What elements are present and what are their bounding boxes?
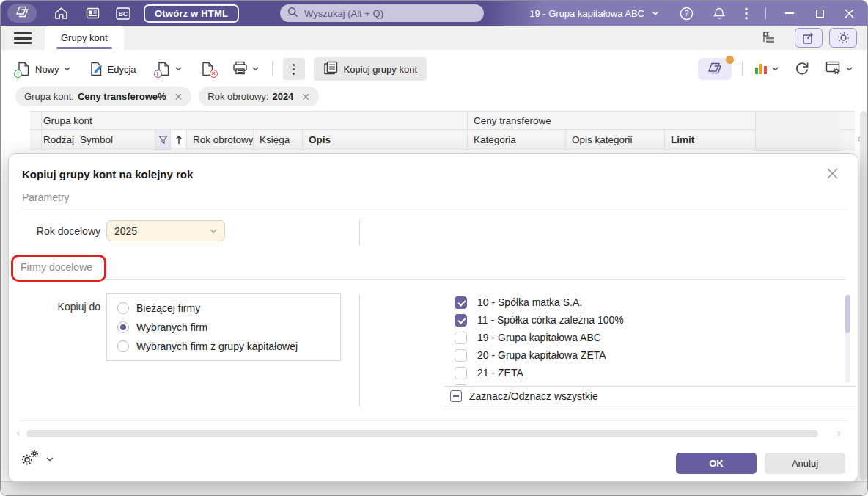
delete-document-button[interactable]: ×: [201, 62, 215, 76]
close-window-button[interactable]: [845, 9, 854, 18]
edit-button[interactable]: Edycja: [89, 62, 136, 76]
news-icon[interactable]: [86, 7, 100, 19]
column-header-rodzaj[interactable]: Rodzaj: [42, 130, 78, 150]
notification-dot: [726, 56, 734, 64]
filter-funnel-icon[interactable]: [155, 130, 171, 150]
company-label: 11 - Spółka córka zależna 100%: [477, 314, 624, 326]
cancel-button[interactable]: Anuluj: [765, 453, 845, 474]
maximize-button[interactable]: [816, 10, 824, 18]
group-header-grupa-kont[interactable]: Grupa kont: [42, 112, 468, 129]
ok-button[interactable]: OK: [676, 453, 757, 474]
layers-logo-icon: [15, 6, 29, 21]
more-actions-button[interactable]: [283, 58, 305, 80]
filter-chips: Grupa kont: Ceny transferowe% ✕ Rok obro…: [15, 87, 319, 106]
context-layers-button[interactable]: [698, 58, 732, 80]
company-list-item[interactable]: 10 - Spółka matka S.A.: [449, 293, 850, 311]
printer-icon: [232, 61, 248, 77]
open-in-html-button[interactable]: Otwórz w HTML: [144, 4, 239, 23]
tree-view-icon[interactable]: [762, 31, 776, 45]
company-list-item[interactable]: 21 - ZETA: [449, 364, 850, 382]
select-all-row[interactable]: Zaznacz/Odznacz wszystkie: [449, 387, 850, 406]
share-button[interactable]: [795, 28, 823, 48]
chevron-down-icon: [252, 67, 259, 71]
copy-account-groups-label: Kopiuj grupy kont: [344, 64, 417, 75]
list-divider: [444, 406, 856, 406]
search-icon: [287, 7, 298, 20]
toolbar: + Nowy Edycja i × Kopiuj grupy kont: [1, 55, 867, 83]
column-header-rok-obrotowy[interactable]: Rok obrotowy: [187, 130, 254, 150]
copy-account-groups-dialog: Kopiuj grupy kont na kolejny rok Paramet…: [8, 153, 858, 482]
help-icon[interactable]: ?: [680, 7, 694, 21]
rok-docelowy-select[interactable]: 2025: [106, 220, 225, 241]
scroll-right-icon[interactable]: ›: [837, 426, 841, 439]
bc-icon[interactable]: BC: [116, 7, 130, 20]
kebab-menu-icon[interactable]: [745, 7, 748, 20]
chart-view-button[interactable]: [754, 62, 779, 77]
column-header-ksiega[interactable]: Księga: [254, 130, 303, 150]
radio-wybranych-firm-z-grupy[interactable]: Wybranych firm z grupy kapitałowej: [117, 340, 330, 352]
search-input[interactable]: Wyszukaj (Alt + Q): [280, 4, 484, 22]
window-gear-icon: [825, 61, 842, 77]
titlebar: BC Otwórz w HTML Wyszukaj (Alt + Q) 19 -…: [1, 1, 867, 26]
edit-button-label: Edycja: [108, 64, 136, 75]
document-info-button[interactable]: i: [157, 62, 182, 76]
group-header-ceny-transferowe[interactable]: Ceny transferowe: [468, 112, 756, 129]
sort-ascending-icon[interactable]: [171, 130, 187, 150]
horizontal-scrollbar[interactable]: [26, 430, 818, 437]
row-indicator-cell: [30, 130, 42, 150]
company-list-item[interactable]: 20 - Grupa kapitałowa ZETA: [449, 346, 850, 364]
filter-chip-grupa-kont[interactable]: Grupa kont: Ceny transferowe% ✕: [15, 87, 191, 106]
company-list-item[interactable]: 19 - Grupa kapitałowa ABC: [449, 329, 850, 346]
scroll-left-icon[interactable]: ‹: [16, 426, 20, 439]
column-header-opis-kategorii[interactable]: Opis kategorii: [566, 130, 665, 150]
new-button[interactable]: + Nowy: [17, 62, 70, 76]
dialog-title: Kopiuj grupy kont na kolejny rok: [22, 168, 193, 180]
column-header-opis[interactable]: Opis: [303, 130, 468, 150]
grid-empty-column: [756, 111, 840, 151]
company-list-item[interactable]: 22 - ZETA: [449, 382, 850, 386]
hamburger-menu-icon[interactable]: [14, 32, 32, 44]
dialog-close-icon[interactable]: [826, 167, 839, 183]
bell-icon[interactable]: [713, 7, 726, 21]
filter-value: 2024: [272, 91, 293, 102]
column-header-limit[interactable]: Limit: [665, 130, 756, 150]
company-switcher[interactable]: 19 - Grupa kapitałowa ABC: [529, 8, 659, 19]
toolbar-divider: [742, 62, 743, 76]
section-parametry: Parametry: [22, 192, 74, 203]
radio-icon: [117, 302, 129, 314]
app-logo-button[interactable]: [7, 4, 37, 23]
window-settings-button[interactable]: [825, 61, 853, 77]
column-header-kategoria[interactable]: Kategoria: [468, 130, 566, 150]
gears-icon: [21, 449, 40, 470]
rok-docelowy-value: 2025: [114, 225, 137, 237]
radio-wybranych-firm[interactable]: Wybranych firm: [117, 321, 330, 333]
theme-toggle-button[interactable]: [829, 28, 857, 48]
minimize-button[interactable]: [785, 12, 794, 14]
refresh-icon[interactable]: [795, 61, 809, 78]
chevron-down-icon: [46, 457, 54, 462]
document-info-icon: i: [157, 62, 171, 76]
toolbar-divider: [272, 62, 273, 76]
company-label: 21 - ZETA: [477, 367, 523, 379]
chevron-down-icon: [652, 11, 659, 15]
indeterminate-checkbox-icon: [450, 390, 462, 402]
remove-filter-icon[interactable]: ✕: [301, 91, 310, 103]
edit-document-icon: [89, 62, 103, 76]
bar-chart-icon: [754, 62, 768, 77]
filter-chip-rok-obrotowy[interactable]: Rok obrotowy: 2024 ✕: [199, 87, 319, 106]
copy-account-groups-button[interactable]: Kopiuj grupy kont: [314, 57, 427, 81]
svg-text:BC: BC: [119, 10, 128, 18]
print-button[interactable]: [232, 61, 259, 77]
checkbox-icon: [455, 296, 467, 309]
tab-grupy-kont[interactable]: Grupy kont: [45, 26, 124, 50]
dialog-settings-button[interactable]: [21, 449, 54, 470]
company-list-item[interactable]: 11 - Spółka córka zależna 100%: [449, 311, 850, 329]
radio-biezacej-firmy[interactable]: Bieżącej firmy: [117, 302, 330, 314]
vertical-scrollbar[interactable]: [860, 111, 867, 481]
column-header-symbol[interactable]: Symbol: [78, 130, 155, 150]
search-placeholder: Wyszukaj (Alt + Q): [304, 8, 383, 19]
checkbox-icon: [455, 367, 467, 379]
remove-filter-icon[interactable]: ✕: [174, 91, 183, 103]
list-scrollbar[interactable]: [845, 295, 850, 383]
home-icon[interactable]: [54, 7, 68, 20]
